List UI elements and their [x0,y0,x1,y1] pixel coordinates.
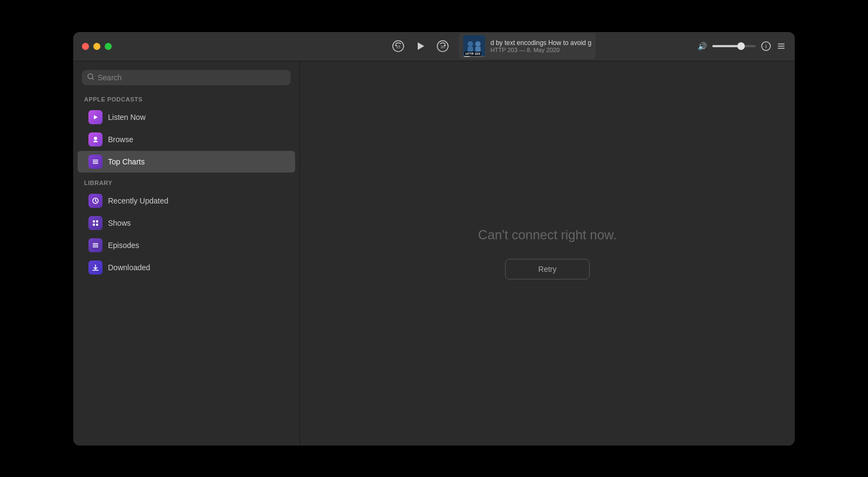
shows-icon [88,216,103,230]
svg-marker-2 [418,42,424,50]
sidebar-item-browse[interactable]: Browse [78,129,295,150]
episode-title-part3: How to avoid g [548,39,591,47]
svg-point-8 [475,41,481,47]
svg-text:i: i [765,43,767,49]
svg-rect-26 [96,224,98,226]
svg-point-6 [468,41,473,47]
library-label: Library [73,180,299,189]
sidebar-item-episodes[interactable]: Episodes [78,234,295,256]
forward-button[interactable]: 30 [436,40,449,53]
search-icon [87,73,94,82]
play-button[interactable] [414,40,426,52]
apple-podcasts-label: Apple Podcasts [73,96,299,106]
svg-point-18 [94,137,97,140]
search-input[interactable] [98,73,285,82]
error-message: Can't connect right now. [478,227,616,243]
list-button[interactable] [776,41,786,51]
volume-icon: 🔊 [698,42,707,50]
minimize-button[interactable] [93,43,100,50]
downloaded-icon [88,260,103,275]
episodes-icon [88,238,103,252]
sidebar-item-label: Downloaded [108,263,150,272]
sidebar-item-label: Recently Updated [108,196,168,205]
content-area: Can't connect right now. Retry [300,61,795,446]
svg-point-15 [88,74,93,79]
browse-icon [88,132,103,147]
svg-rect-24 [96,220,98,222]
svg-line-16 [92,78,94,80]
now-playing-info: d by text encodings How to avoid g HTTP … [490,39,591,53]
top-charts-icon [88,155,103,169]
now-playing-widget[interactable]: HTTP 203 d by text encodings How to avoi… [459,33,596,59]
sidebar-item-listen-now[interactable]: Listen Now [78,106,295,128]
svg-marker-17 [94,115,98,119]
episode-title-part1: d by text encodings [490,39,546,47]
close-button[interactable] [82,43,89,50]
sidebar: Apple Podcasts Listen Now Br [73,61,300,446]
recently-updated-icon [88,194,103,208]
sidebar-item-downloaded[interactable]: Downloaded [78,257,295,278]
sidebar-item-label: Shows [108,219,131,227]
sidebar-item-shows[interactable]: Shows [78,212,295,234]
sidebar-item-label: Browse [108,135,133,144]
episode-subtitle: HTTP 203 — 8. May 2020 [490,47,591,53]
sidebar-item-label: Episodes [108,241,139,250]
album-art: HTTP 203 [463,35,485,57]
http-badge: HTTP 203 [464,52,481,56]
svg-rect-23 [93,220,95,222]
retry-button[interactable]: Retry [505,259,589,279]
listen-now-icon [88,110,103,124]
search-bar [82,70,291,85]
sidebar-item-label: Listen Now [108,113,145,122]
sidebar-item-recently-updated[interactable]: Recently Updated [78,190,295,212]
rewind-button[interactable]: 15 [392,40,405,53]
info-button[interactable]: i [761,41,771,51]
svg-rect-25 [93,224,95,226]
maximize-button[interactable] [105,43,112,50]
volume-slider[interactable] [712,45,756,47]
sidebar-item-label: Top Charts [108,157,145,166]
sidebar-item-top-charts[interactable]: Top Charts [78,151,295,173]
